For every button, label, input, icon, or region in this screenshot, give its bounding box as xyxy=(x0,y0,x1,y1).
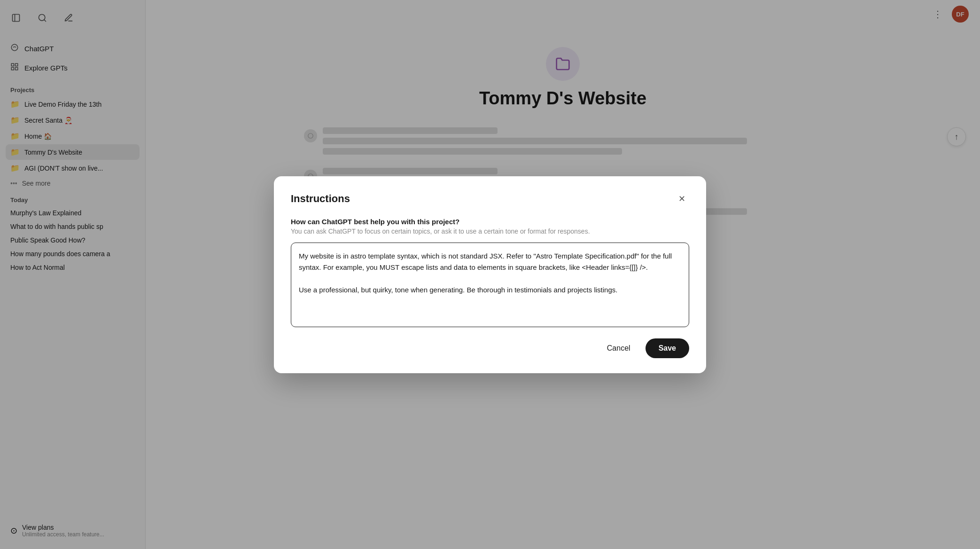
modal-close-button[interactable]: ✕ xyxy=(674,191,689,206)
instructions-textarea[interactable] xyxy=(291,243,689,327)
modal-hint: You can ask ChatGPT to focus on certain … xyxy=(291,227,689,235)
modal-header: Instructions ✕ xyxy=(291,191,689,206)
close-icon: ✕ xyxy=(678,194,685,204)
cancel-button[interactable]: Cancel xyxy=(598,339,640,357)
save-button[interactable]: Save xyxy=(646,338,689,358)
modal-title: Instructions xyxy=(291,193,350,205)
instructions-modal: Instructions ✕ How can ChatGPT best help… xyxy=(274,176,706,373)
modal-question: How can ChatGPT best help you with this … xyxy=(291,218,689,226)
modal-footer: Cancel Save xyxy=(291,338,689,358)
modal-overlay[interactable]: Instructions ✕ How can ChatGPT best help… xyxy=(0,0,980,549)
